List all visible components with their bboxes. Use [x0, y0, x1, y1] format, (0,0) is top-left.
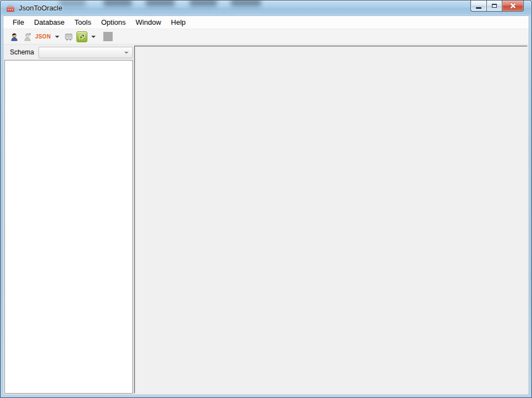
cascade-windows-icon: [79, 34, 85, 40]
close-icon: [510, 3, 516, 9]
user-disconnect-icon: [23, 32, 32, 41]
json-button-label: JSON: [34, 34, 52, 40]
schema-combobox[interactable]: [38, 47, 133, 58]
glass-blur-artifact: [190, 1, 217, 6]
connect-database-button[interactable]: [8, 31, 20, 43]
schema-label: Schema: [10, 48, 34, 56]
window-layout-dropdown-arrow-icon[interactable]: [91, 36, 96, 38]
maximize-icon: [492, 4, 497, 8]
json-dropdown-arrow-icon[interactable]: [55, 36, 59, 38]
minimize-icon: [476, 7, 481, 9]
menu-bar: File Database Tools Options Window Help: [3, 16, 529, 29]
window-controls: [470, 1, 524, 12]
window-title: JsonToOracle: [19, 4, 62, 12]
combobox-dropdown-arrow-icon: [124, 52, 129, 54]
menu-help[interactable]: Help: [166, 16, 191, 28]
left-panel: Schema: [4, 46, 133, 394]
mdi-workspace: [134, 46, 528, 394]
user-connect-icon: [10, 32, 19, 41]
menu-options[interactable]: Options: [96, 16, 131, 28]
maximize-button[interactable]: [486, 1, 502, 12]
glass-blur-artifact: [231, 1, 261, 6]
minimize-button[interactable]: [470, 1, 486, 12]
query-window-icon: [64, 32, 73, 41]
close-button[interactable]: [502, 1, 524, 12]
titlebar[interactable]: JsonToOracle: [1, 1, 531, 15]
toolbar: JSON: [3, 29, 529, 45]
stop-button[interactable]: [103, 32, 113, 41]
glass-blur-artifact: [103, 1, 132, 6]
schema-row: Schema: [4, 46, 133, 58]
app-icon[interactable]: [6, 4, 15, 13]
cascade-windows-button[interactable]: [76, 31, 87, 42]
menu-window[interactable]: Window: [131, 16, 166, 28]
client-area: File Database Tools Options Window Help: [3, 16, 529, 395]
query-window-button[interactable]: [62, 31, 75, 43]
menu-database[interactable]: Database: [29, 16, 70, 28]
main-content: Schema: [3, 45, 529, 395]
glass-blur-artifact: [59, 1, 86, 6]
disconnect-database-button[interactable]: [21, 31, 34, 43]
app-window: JsonToOracle File Database Tools Options…: [0, 0, 532, 398]
menu-tools[interactable]: Tools: [70, 16, 96, 28]
schema-tree-panel[interactable]: [4, 60, 133, 394]
menu-file[interactable]: File: [8, 16, 29, 28]
json-import-button[interactable]: JSON: [34, 31, 52, 43]
glass-blur-artifact: [146, 1, 175, 6]
